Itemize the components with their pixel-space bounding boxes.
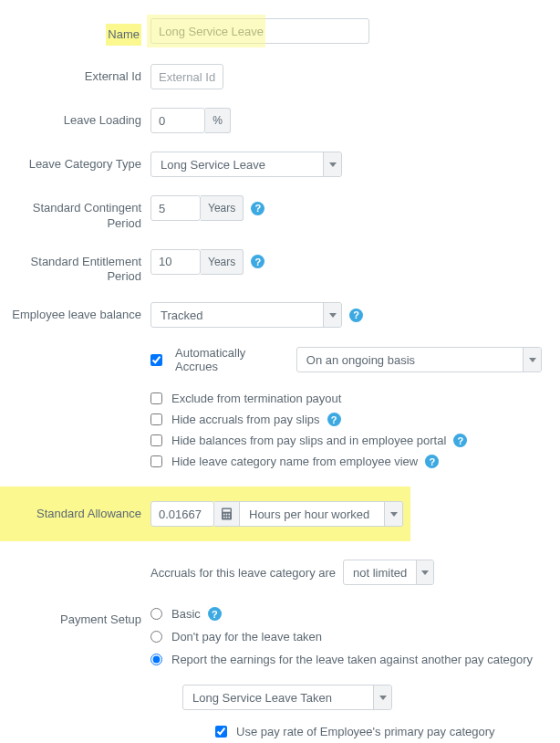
hide-category-name-label: Hide leave category name from employee v… bbox=[171, 455, 418, 468]
help-icon[interactable]: ? bbox=[251, 202, 264, 215]
standard-allowance-input[interactable] bbox=[150, 501, 214, 527]
employee-leave-balance-value: Tracked bbox=[151, 303, 323, 327]
report-category-value: Long Service Leave Taken bbox=[183, 685, 373, 709]
use-primary-rate-checkbox[interactable] bbox=[215, 726, 227, 738]
leave-category-type-select[interactable]: Long Service Leave bbox=[150, 152, 342, 177]
svg-point-3 bbox=[226, 514, 228, 516]
exclude-termination-label: Exclude from termination payout bbox=[171, 392, 341, 405]
leave-category-type-label: Leave Category Type bbox=[0, 152, 150, 172]
standard-contingent-period-label: Standard Contingent Period bbox=[0, 195, 150, 231]
hide-accruals-checkbox[interactable] bbox=[150, 413, 162, 425]
standard-entitlement-period-label: Standard Entitlement Period bbox=[0, 249, 150, 285]
caret-down-icon bbox=[323, 303, 341, 327]
hide-category-name-checkbox[interactable] bbox=[150, 455, 162, 467]
caret-down-icon bbox=[323, 152, 341, 176]
caret-down-icon bbox=[384, 502, 402, 526]
payment-setup-label: Payment Setup bbox=[0, 607, 150, 627]
help-icon[interactable]: ? bbox=[453, 434, 467, 447]
name-label: Name bbox=[106, 24, 141, 46]
help-icon[interactable]: ? bbox=[251, 255, 264, 268]
percent-addon: % bbox=[205, 108, 231, 133]
employee-leave-balance-label: Employee leave balance bbox=[0, 302, 150, 322]
automatically-accrues-checkbox[interactable] bbox=[150, 354, 162, 366]
name-input[interactable] bbox=[150, 18, 369, 44]
leave-category-type-value: Long Service Leave bbox=[151, 152, 323, 176]
use-primary-rate-label: Use pay rate of Employee's primary pay c… bbox=[236, 725, 495, 738]
payment-report-radio[interactable] bbox=[150, 654, 162, 665]
accrual-period-value: On an ongoing basis bbox=[297, 348, 523, 372]
exclude-termination-checkbox[interactable] bbox=[150, 392, 162, 404]
payment-report-label: Report the earnings for the leave taken … bbox=[171, 653, 533, 666]
standard-allowance-unit-value: Hours per hour worked bbox=[240, 502, 384, 526]
svg-point-4 bbox=[228, 514, 230, 516]
svg-point-7 bbox=[228, 517, 230, 518]
payment-basic-label: Basic bbox=[171, 607, 201, 621]
svg-rect-1 bbox=[223, 509, 230, 512]
automatically-accrues-label: Automatically Accrues bbox=[175, 346, 291, 373]
caret-down-icon bbox=[416, 560, 433, 584]
payment-basic-radio[interactable] bbox=[150, 608, 162, 620]
hide-balances-checkbox[interactable] bbox=[150, 434, 162, 446]
accrual-period-select[interactable]: On an ongoing basis bbox=[296, 347, 542, 372]
help-icon[interactable]: ? bbox=[425, 455, 439, 468]
caret-down-icon bbox=[373, 685, 391, 709]
caret-down-icon bbox=[523, 348, 541, 372]
accrual-limit-value: not limited bbox=[344, 560, 416, 584]
calculator-button[interactable] bbox=[214, 501, 240, 527]
standard-allowance-label: Standard Allowance bbox=[0, 507, 150, 521]
external-id-input[interactable] bbox=[150, 64, 223, 89]
standard-entitlement-period-input[interactable] bbox=[150, 249, 201, 275]
help-icon[interactable]: ? bbox=[349, 309, 363, 322]
svg-point-6 bbox=[226, 517, 228, 518]
accrual-limit-select[interactable]: not limited bbox=[343, 560, 434, 585]
svg-point-2 bbox=[223, 514, 225, 516]
payment-dont-pay-label: Don't pay for the leave taken bbox=[171, 630, 322, 644]
hide-balances-label: Hide balances from pay slips and in empl… bbox=[171, 434, 446, 447]
accrual-limit-text: Accruals for this leave category are bbox=[150, 566, 336, 580]
help-icon[interactable]: ? bbox=[208, 607, 222, 621]
leave-loading-input[interactable] bbox=[150, 108, 205, 133]
hide-accruals-label: Hide accruals from pay slips bbox=[171, 413, 320, 426]
leave-loading-label: Leave Loading bbox=[0, 108, 150, 128]
years-addon: Years bbox=[201, 249, 244, 275]
employee-leave-balance-select[interactable]: Tracked bbox=[150, 302, 342, 328]
external-id-label: External Id bbox=[0, 64, 150, 84]
help-icon[interactable]: ? bbox=[327, 413, 341, 426]
years-addon: Years bbox=[201, 195, 244, 221]
standard-allowance-unit-select[interactable]: Hours per hour worked bbox=[240, 501, 403, 527]
payment-dont-pay-radio[interactable] bbox=[150, 631, 162, 643]
svg-point-5 bbox=[223, 517, 225, 518]
standard-contingent-period-input[interactable] bbox=[150, 195, 201, 221]
report-category-select[interactable]: Long Service Leave Taken bbox=[182, 685, 392, 710]
